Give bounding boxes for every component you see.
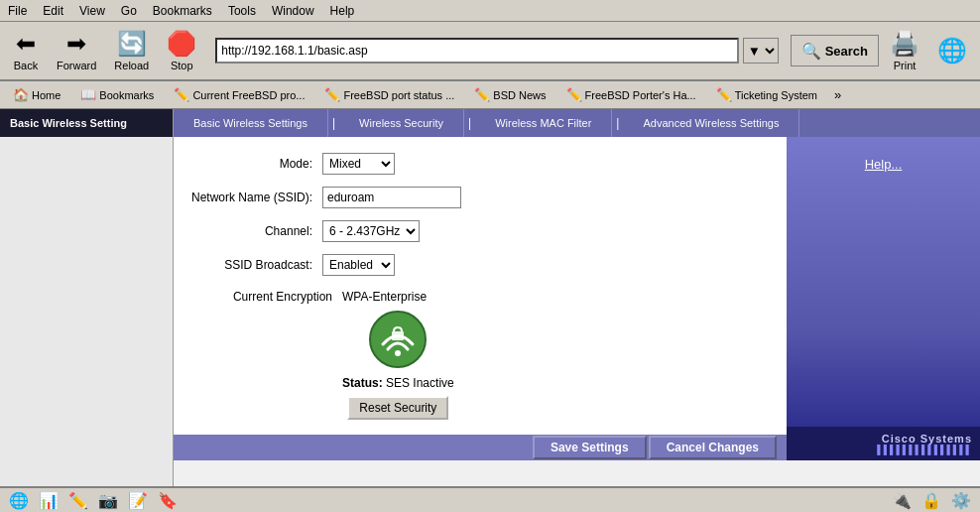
right-panel: Help... Cisco Systems ▌▌▌▌▌▌▌▌▌▌▌▌▌▌▌ [787, 137, 980, 460]
stop-button[interactable]: 🛑 Stop [160, 25, 203, 76]
navtab-bsd-news-label: BSD News [493, 89, 546, 101]
help-link[interactable]: Help... [865, 157, 903, 172]
forward-button[interactable]: ➡ Forward [50, 25, 103, 76]
encryption-label: Current Encryption [193, 290, 342, 420]
address-dropdown[interactable]: ▼ [743, 38, 779, 64]
address-bar: ▼ [215, 38, 778, 64]
ssid-broadcast-control: Enabled Disabled [322, 254, 395, 276]
content: Basic Wireless Settings | Wireless Secur… [174, 109, 980, 486]
tab-advanced-wireless[interactable]: Advanced Wireless Settings [623, 109, 799, 137]
status-value: SES Inactive [386, 376, 454, 390]
ssid-broadcast-label: SSID Broadcast: [174, 258, 322, 272]
tab-wireless-security[interactable]: Wireless Security [339, 109, 464, 137]
reload-label: Reload [114, 60, 149, 71]
bookmarks-icon: 📖 [80, 87, 96, 102]
ticketing-icon: ✏️ [716, 87, 732, 102]
mode-select[interactable]: Mixed B-Only G-Only N-Only Disabled [322, 153, 395, 175]
channel-row: Channel: 1 - 2.412GHz 2 - 2.417GHz 5 - 2… [174, 220, 787, 242]
svg-point-1 [395, 350, 401, 356]
status-label: Status: [342, 376, 383, 390]
menu-edit[interactable]: Edit [35, 2, 71, 20]
mode-label: Mode: [174, 157, 322, 171]
tab-mac-filter[interactable]: Wireless MAC Filter [475, 109, 612, 137]
statusbar: 🌐 📊 ✏️ 📷 📝 🔖 🔌 🔒 ⚙️ [0, 486, 980, 512]
reload-button[interactable]: 🔄 Reload [107, 25, 156, 76]
statusbar-icon-camera[interactable]: 📷 [95, 491, 121, 510]
cisco-logo: Cisco Systems ▌▌▌▌▌▌▌▌▌▌▌▌▌▌▌ [787, 427, 980, 460]
menu-window[interactable]: Window [264, 2, 322, 20]
navtab-freebsd-pro[interactable]: ✏️ Current FreeBSD pro... [165, 83, 313, 107]
porters-icon: ✏️ [566, 87, 582, 102]
encryption-value: WPA-Enterprise [342, 290, 427, 304]
status-text: Status: SES Inactive [342, 376, 454, 390]
content-tabs: Basic Wireless Settings | Wireless Secur… [174, 109, 980, 137]
ssid-input[interactable] [322, 187, 461, 208]
encryption-section: Current Encryption WPA-Enterprise [174, 290, 787, 420]
ssid-broadcast-select[interactable]: Enabled Disabled [322, 254, 395, 276]
navtab-home[interactable]: 🏠 Home [4, 83, 69, 107]
statusbar-icon-network[interactable]: 🔌 [889, 491, 915, 510]
back-icon: ⬅ [16, 30, 36, 58]
reset-security-button[interactable]: Reset Security [347, 396, 448, 420]
navtab-bookmarks-label: Bookmarks [99, 89, 154, 101]
wifi-icon [368, 310, 428, 369]
menu-bookmarks[interactable]: Bookmarks [145, 2, 220, 20]
menu-tools[interactable]: Tools [220, 2, 264, 20]
channel-label: Channel: [174, 224, 322, 238]
sidebar: Basic Wireless Setting [0, 109, 174, 486]
channel-select[interactable]: 1 - 2.412GHz 2 - 2.417GHz 5 - 2.432GHz 6… [322, 220, 420, 242]
ssid-broadcast-row: SSID Broadcast: Enabled Disabled [174, 254, 787, 276]
print-button[interactable]: 🖨️ Print [883, 25, 926, 76]
search-icon: 🔍 [801, 42, 821, 61]
navtabs: 🏠 Home 📖 Bookmarks ✏️ Current FreeBSD pr… [0, 81, 980, 109]
back-label: Back [14, 60, 38, 71]
menu-help[interactable]: Help [322, 2, 363, 20]
navtab-bsd-news[interactable]: ✏️ BSD News [465, 83, 554, 107]
statusbar-icon-globe[interactable]: 🌐 [6, 491, 32, 510]
cancel-changes-button[interactable]: Cancel Changes [649, 436, 777, 459]
print-icon: 🖨️ [890, 30, 919, 58]
browser-icon-button[interactable]: 🌐 [930, 25, 974, 76]
ssid-control [322, 187, 461, 208]
navtab-freebsd-pro-label: Current FreeBSD pro... [192, 89, 305, 101]
menu-go[interactable]: Go [113, 2, 145, 20]
navtab-more[interactable]: » [828, 85, 847, 104]
ssid-row: Network Name (SSID): [174, 187, 787, 208]
cisco-name: Cisco Systems [795, 433, 972, 445]
tab-advanced-wireless-label: Advanced Wireless Settings [643, 117, 779, 129]
navtab-port-status[interactable]: ✏️ FreeBSD port status ... [315, 83, 463, 107]
save-settings-button[interactable]: Save Settings [533, 436, 647, 459]
main-area: Basic Wireless Setting Basic Wireless Se… [0, 109, 980, 486]
bottom-bar: Save Settings Cancel Changes [174, 435, 787, 460]
search-button[interactable]: 🔍 Search [791, 35, 879, 66]
statusbar-icon-settings[interactable]: ⚙️ [948, 491, 974, 510]
ssid-label: Network Name (SSID): [174, 191, 322, 204]
tab-mac-filter-label: Wireless MAC Filter [495, 117, 591, 129]
back-button[interactable]: ⬅ Back [6, 25, 46, 76]
address-input[interactable] [215, 38, 738, 64]
reload-icon: 🔄 [117, 30, 147, 58]
print-label: Print [894, 60, 917, 71]
navtab-porters[interactable]: ✏️ FreeBSD Porter's Ha... [557, 83, 705, 107]
menu-view[interactable]: View [71, 2, 113, 20]
stop-label: Stop [171, 60, 193, 71]
search-label: Search [825, 44, 868, 59]
bsd-news-icon: ✏️ [474, 87, 490, 102]
tab-basic-wireless[interactable]: Basic Wireless Settings [174, 109, 328, 137]
statusbar-icon-doc[interactable]: 📝 [125, 491, 151, 510]
statusbar-icon-security[interactable]: 🔒 [919, 491, 944, 510]
navtab-bookmarks[interactable]: 📖 Bookmarks [71, 83, 163, 107]
navtab-home-label: Home [32, 89, 61, 101]
navtab-port-status-label: FreeBSD port status ... [343, 89, 454, 101]
navtab-ticketing[interactable]: ✏️ Ticketing System [707, 83, 826, 107]
menu-file[interactable]: File [0, 2, 35, 20]
tab-wireless-security-label: Wireless Security [359, 117, 443, 129]
statusbar-icon-chart[interactable]: 📊 [36, 491, 61, 510]
statusbar-icon-edit[interactable]: ✏️ [65, 491, 91, 510]
freebsd-pro-icon: ✏️ [174, 87, 189, 102]
tab-basic-wireless-label: Basic Wireless Settings [193, 117, 307, 129]
forward-label: Forward [57, 60, 96, 71]
cisco-bars: ▌▌▌▌▌▌▌▌▌▌▌▌▌▌▌ [795, 445, 972, 454]
toolbar: ⬅ Back ➡ Forward 🔄 Reload 🛑 Stop ▼ 🔍 Sea… [0, 22, 980, 81]
statusbar-icon-bookmark[interactable]: 🔖 [155, 491, 181, 510]
